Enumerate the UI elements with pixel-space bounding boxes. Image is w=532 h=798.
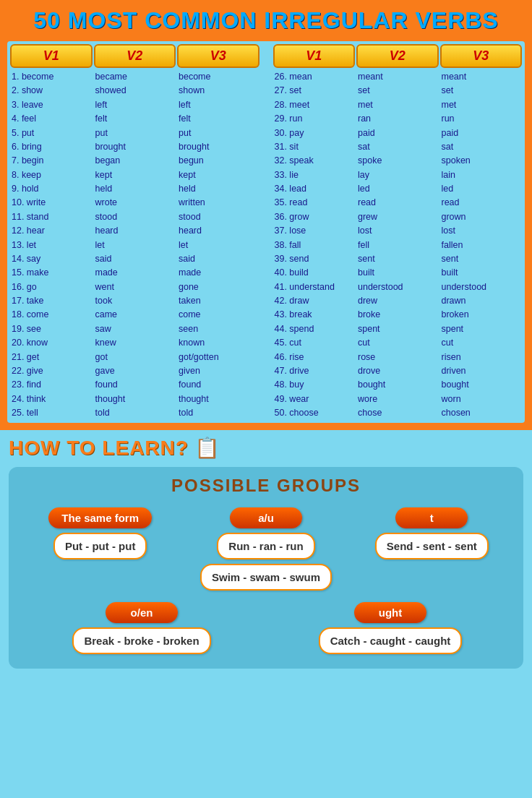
table-row: 26. mean — [273, 70, 356, 84]
table-row: paid — [356, 126, 439, 140]
table-row: let — [94, 239, 176, 252]
possible-groups-title: POSSIBLE GROUPS — [20, 476, 512, 496]
table-row: brought — [177, 140, 259, 154]
table-row: left — [94, 98, 176, 112]
table-row: cut — [356, 336, 439, 350]
table-row: said — [94, 252, 176, 266]
table-row: met — [440, 98, 523, 112]
col-header-v3-left: V3 — [177, 44, 259, 68]
table-row: began — [94, 154, 176, 168]
table-row: said — [177, 252, 259, 266]
group-label-ught: ught — [354, 602, 426, 623]
groups-row-1: The same form Put - put - put a/u Run - … — [20, 507, 512, 591]
table-row: 34. lead — [273, 182, 356, 196]
group-oen: o/en Break - broke - broken — [20, 602, 263, 654]
table-row: 40. build — [273, 266, 356, 280]
table-row: met — [356, 98, 439, 112]
table-row: chose — [356, 406, 439, 420]
col-v1-right: V1 26. mean27. set28. meet29. run30. pay… — [273, 44, 356, 420]
table-divider — [265, 44, 267, 420]
group-example-catch: Catch - caught - caught — [319, 627, 463, 654]
table-row: left — [177, 98, 259, 112]
table-row: drawn — [440, 294, 523, 308]
table-row: run — [440, 112, 523, 126]
table-row: 31. sit — [273, 140, 356, 154]
table-row: drove — [356, 364, 439, 378]
table-row: kept — [94, 168, 176, 182]
group-au: a/u Run - ran - run Swim - swam - swum — [186, 507, 346, 591]
right-v1-words: 26. mean27. set28. meet29. run30. pay31.… — [273, 70, 356, 420]
table-row: read — [440, 196, 523, 210]
table-row: 3. leave — [10, 98, 93, 112]
table-row: 12. hear — [10, 224, 93, 238]
table-row: meant — [356, 70, 439, 84]
table-row: grown — [440, 210, 523, 224]
group-label-same-form: The same form — [48, 507, 152, 528]
col-v3-right: V3 meantsetmetrunpaidsatspokenlainledrea… — [440, 44, 523, 420]
table-row: stood — [94, 210, 176, 224]
right-half: V1 26. mean27. set28. meet29. run30. pay… — [273, 44, 523, 420]
table-row: 5. put — [10, 126, 93, 140]
table-row: 6. bring — [10, 140, 93, 154]
table-row: 4. feel — [10, 112, 93, 126]
table-row: brought — [94, 140, 176, 154]
table-row: told — [177, 406, 259, 420]
table-row: led — [440, 182, 523, 196]
table-row: spoken — [440, 154, 523, 168]
table-row: thought — [177, 392, 259, 406]
table-row: 19. see — [10, 322, 93, 336]
table-row: understood — [356, 280, 439, 294]
table-row: ran — [356, 112, 439, 126]
table-row: became — [94, 70, 176, 84]
table-row: thought — [94, 392, 176, 406]
table-row: shown — [177, 84, 259, 98]
table-row: 38. fall — [273, 239, 356, 252]
table-row: read — [356, 196, 439, 210]
table-row: found — [177, 378, 259, 392]
table-row: put — [177, 126, 259, 140]
table-row: given — [177, 364, 259, 378]
table-row: sent — [356, 252, 439, 266]
table-row: taken — [177, 294, 259, 308]
table-row: sat — [356, 140, 439, 154]
table-row: 8. keep — [10, 168, 93, 182]
table-row: bought — [440, 378, 523, 392]
table-row: told — [94, 406, 176, 420]
left-v3-words: becomeshownleftfeltputbroughtbegunkepthe… — [177, 70, 259, 420]
table-row: kept — [177, 168, 259, 182]
table-row: 27. set — [273, 84, 356, 98]
top-section: 50 MOST COMMON IRREGULAR VERBS V1 1. bec… — [0, 0, 532, 430]
table-row: went — [94, 280, 176, 294]
table-row: 10. write — [10, 196, 93, 210]
table-row: 17. take — [10, 294, 93, 308]
table-row: 23. find — [10, 378, 93, 392]
table-row: saw — [94, 322, 176, 336]
table-row: lost — [440, 224, 523, 238]
table-row: fallen — [440, 239, 523, 252]
table-row: 25. tell — [10, 406, 93, 420]
checklist-icon: 📋 — [194, 436, 220, 460]
table-row: 35. read — [273, 196, 356, 210]
table-row: fell — [356, 239, 439, 252]
table-row: spoke — [356, 154, 439, 168]
table-row: put — [94, 126, 176, 140]
table-row: worn — [440, 392, 523, 406]
table-row: 9. hold — [10, 182, 93, 196]
col-header-v1-left: V1 — [10, 44, 93, 68]
table-row: set — [440, 84, 523, 98]
table-row: lay — [356, 168, 439, 182]
table-row: driven — [440, 364, 523, 378]
table-row: begun — [177, 154, 259, 168]
table-row: meant — [440, 70, 523, 84]
table-row: stood — [177, 210, 259, 224]
table-row: 48. buy — [273, 378, 356, 392]
table-row: 29. run — [273, 112, 356, 126]
col-v3-left: V3 becomeshownleftfeltputbroughtbegunkep… — [177, 44, 259, 420]
table-row: understood — [440, 280, 523, 294]
table-row: 28. meet — [273, 98, 356, 112]
table-row: 37. lose — [273, 224, 356, 238]
table-row: known — [177, 336, 259, 350]
col-header-v3-right: V3 — [440, 44, 523, 68]
table-row: 50. choose — [273, 406, 356, 420]
table-row: paid — [440, 126, 523, 140]
